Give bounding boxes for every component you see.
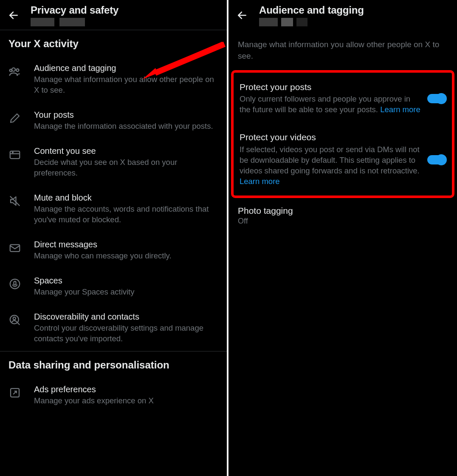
item-discoverability[interactable]: Discoverability and contacts Control you… xyxy=(0,304,227,351)
setting-title: Protect your posts xyxy=(240,81,421,93)
pencil-icon xyxy=(8,112,24,126)
item-desc: Manage what information you allow other … xyxy=(34,74,218,96)
item-desc: Manage the information associated with y… xyxy=(34,121,218,132)
svg-point-6 xyxy=(12,152,13,153)
svg-point-12 xyxy=(13,317,16,320)
item-title: Mute and block xyxy=(34,192,218,203)
item-desc: Manage your Spaces activity xyxy=(34,287,218,298)
item-ads-preferences[interactable]: Ads preferences Manage your ads experien… xyxy=(0,377,227,413)
item-title: Direct messages xyxy=(34,239,218,250)
svg-point-2 xyxy=(16,69,19,71)
panel-description: Manage what information you allow other … xyxy=(228,30,457,70)
people-group-icon xyxy=(8,65,24,80)
audience-tagging-panel: Audience and tagging Manage what informa… xyxy=(228,0,457,476)
setting-photo-tagging[interactable]: Photo tagging Off xyxy=(228,198,457,230)
header-left: Privacy and safety xyxy=(0,0,227,30)
external-link-icon xyxy=(8,386,24,401)
back-arrow-icon xyxy=(237,10,248,21)
header-right: Audience and tagging xyxy=(228,0,457,30)
item-mute-block[interactable]: Mute and block Manage the accounts, word… xyxy=(0,185,227,232)
redacted-subtitle xyxy=(31,18,118,26)
item-content-you-see[interactable]: Content you see Decide what you see on X… xyxy=(0,139,227,185)
svg-point-9 xyxy=(10,279,20,289)
highlighted-settings: Protect your posts Only current follower… xyxy=(231,70,454,198)
svg-point-1 xyxy=(12,68,15,71)
envelope-icon xyxy=(8,241,24,256)
item-title: Content you see xyxy=(34,145,218,156)
person-search-icon xyxy=(8,314,24,328)
setting-title: Photo tagging xyxy=(238,206,448,216)
setting-protect-videos: Protect your videos If selected, videos … xyxy=(236,127,449,188)
section-title-activity: Your X activity xyxy=(0,30,227,56)
learn-more-link[interactable]: Learn more xyxy=(240,177,280,186)
item-direct-messages[interactable]: Direct messages Manage who can message y… xyxy=(0,232,227,268)
microphone-icon xyxy=(8,278,24,292)
page-title: Privacy and safety xyxy=(31,4,118,16)
svg-rect-10 xyxy=(14,281,16,285)
back-arrow-icon xyxy=(8,10,19,21)
page-title: Audience and tagging xyxy=(259,4,364,16)
item-desc: Manage the accounts, words and notificat… xyxy=(34,204,218,225)
item-title: Ads preferences xyxy=(34,384,218,395)
content-icon xyxy=(8,148,24,162)
setting-value: Off xyxy=(238,217,448,226)
item-title: Your posts xyxy=(34,109,218,120)
svg-rect-4 xyxy=(10,151,20,159)
item-title: Audience and tagging xyxy=(34,62,218,74)
item-desc: Manage who can message you directly. xyxy=(34,251,218,261)
privacy-safety-panel: Privacy and safety Your X activity Audie… xyxy=(0,0,228,476)
svg-point-3 xyxy=(10,69,12,71)
mute-icon xyxy=(8,195,24,209)
section-title-data-sharing: Data sharing and personalisation xyxy=(0,351,227,377)
setting-desc: If selected, videos you post or send via… xyxy=(240,144,421,187)
item-your-posts[interactable]: Your posts Manage the information associ… xyxy=(0,102,227,139)
redacted-subtitle xyxy=(259,18,364,26)
toggle-protect-posts[interactable] xyxy=(427,94,446,103)
toggle-protect-videos[interactable] xyxy=(427,155,446,164)
item-spaces[interactable]: Spaces Manage your Spaces activity xyxy=(0,268,227,304)
item-desc: Manage your ads experience on X xyxy=(34,396,218,406)
setting-protect-posts: Protect your posts Only current follower… xyxy=(236,77,449,127)
setting-title: Protect your videos xyxy=(240,131,421,143)
learn-more-link[interactable]: Learn more xyxy=(380,105,420,114)
back-button[interactable] xyxy=(234,7,251,24)
svg-rect-8 xyxy=(10,244,20,251)
item-title: Spaces xyxy=(34,275,218,286)
back-button[interactable] xyxy=(5,7,22,24)
item-desc: Control your discoverability settings an… xyxy=(34,323,218,344)
setting-desc: Only current followers and people you ap… xyxy=(240,94,421,115)
svg-line-13 xyxy=(17,323,20,325)
item-desc: Decide what you see on X based on your p… xyxy=(34,157,218,178)
item-title: Discoverability and contacts xyxy=(34,311,218,322)
item-audience-tagging[interactable]: Audience and tagging Manage what informa… xyxy=(0,56,227,102)
